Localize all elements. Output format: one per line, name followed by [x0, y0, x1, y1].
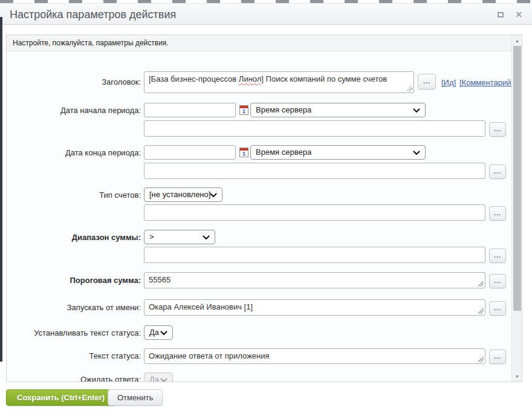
- scroll-down-icon: ▼: [515, 374, 519, 379]
- close-icon: ✕: [515, 10, 522, 19]
- label-account-type: Тип счетов:: [7, 190, 141, 200]
- label-threshold-sum: Пороговая сумма:: [7, 276, 141, 285]
- account-type-ellipsis-button[interactable]: ...: [489, 206, 506, 221]
- threshold-sum-textarea[interactable]: 55565: [144, 272, 485, 288]
- label-date-start: Дата начала периода:: [7, 106, 141, 115]
- title-text-prefix: [База бизнес-процессов: [149, 74, 239, 83]
- chevron-down-icon: [413, 151, 420, 155]
- chevron-down-icon: [160, 331, 167, 336]
- account-type-expression-textarea[interactable]: [144, 204, 485, 221]
- resize-handle-icon: [478, 281, 484, 287]
- dialog-window: Настройка параметров действия ✕ Настройт…: [0, 0, 532, 413]
- label-run-as: Запускать от имени:: [7, 303, 141, 312]
- sum-range-ellipsis-button[interactable]: ...: [489, 249, 506, 263]
- label-title: Заголовок:: [7, 77, 141, 86]
- set-status-text-select[interactable]: Да: [144, 325, 173, 340]
- date-end-expression-textarea[interactable]: [144, 163, 485, 179]
- comment-link[interactable]: [Комментарий]: [459, 78, 513, 87]
- resize-handle-icon: [478, 357, 484, 362]
- dialog-footer: Сохранить (Ctrl+Enter) Отменить: [0, 382, 532, 413]
- title-textarea[interactable]: [База бизнес-процессов Линол] Поиск комп…: [144, 71, 414, 93]
- scrollbar-thumb[interactable]: [513, 46, 521, 311]
- form-panel: Настройте, пожалуйста, параметры действи…: [6, 34, 522, 382]
- date-end-timezone-select[interactable]: Время сервера: [250, 145, 426, 160]
- label-sum-range: Диапазон суммы:: [7, 233, 141, 242]
- resize-handle-icon: [407, 86, 412, 91]
- date-start-input[interactable]: [144, 103, 236, 117]
- title-text-suffix: Поиск компаний по сумме счетов: [264, 74, 387, 83]
- date-start-ellipsis-button[interactable]: ...: [489, 122, 506, 137]
- save-button[interactable]: Сохранить (Ctrl+Enter): [6, 389, 115, 406]
- status-text-textarea[interactable]: Ожидание ответа от приложения: [144, 348, 485, 364]
- scroll-down-button[interactable]: ▼: [512, 371, 522, 381]
- resize-handle-icon: [478, 308, 484, 314]
- title-text-misspelled: Линол]: [239, 74, 264, 83]
- chevron-down-icon: [210, 193, 217, 198]
- scroll-up-button[interactable]: ▲: [512, 36, 522, 45]
- date-start-timezone-select[interactable]: Время сервера: [250, 103, 426, 117]
- run-as-textarea[interactable]: Окара Алексей Иванович [1]: [144, 299, 485, 316]
- scrollbar[interactable]: ▲ ▼: [511, 35, 522, 382]
- title-ellipsis-button[interactable]: ...: [418, 74, 436, 89]
- threshold-sum-ellipsis-button[interactable]: ...: [489, 274, 506, 288]
- maximize-button[interactable]: [493, 4, 508, 25]
- run-as-ellipsis-button[interactable]: ...: [489, 301, 506, 316]
- label-status-text: Текст статуса:: [7, 351, 141, 360]
- calendar-icon[interactable]: 1: [239, 148, 248, 157]
- date-end-input[interactable]: [144, 145, 236, 160]
- label-wait-response: Ожидать ответа:: [7, 375, 141, 382]
- dialog-titlebar: Настройка параметров действия ✕: [0, 3, 532, 25]
- chevron-down-icon: [160, 378, 167, 382]
- sum-range-select[interactable]: >: [144, 230, 215, 244]
- label-set-status-text: Устанавливать текст статуса:: [7, 328, 141, 337]
- account-type-select[interactable]: [не установлено]: [144, 187, 222, 202]
- label-date-end: Дата конца периода:: [7, 148, 141, 157]
- id-link[interactable]: [Ид]: [441, 78, 456, 87]
- window-left-edge: [0, 17, 2, 362]
- date-start-expression-textarea[interactable]: [144, 120, 485, 137]
- scroll-up-icon: ▲: [515, 39, 519, 43]
- dialog-title: Настройка параметров действия: [10, 4, 176, 25]
- cancel-button[interactable]: Отменить: [108, 389, 163, 406]
- sum-range-expression-textarea[interactable]: [144, 247, 485, 263]
- maximize-icon: [498, 12, 504, 18]
- date-end-ellipsis-button[interactable]: ...: [489, 164, 506, 179]
- hint-bar: Настройте, пожалуйста, параметры действи…: [7, 35, 511, 51]
- chevron-down-icon: [203, 235, 210, 240]
- status-text-ellipsis-button[interactable]: ...: [489, 350, 506, 364]
- chevron-down-icon: [413, 108, 420, 113]
- close-button[interactable]: ✕: [511, 4, 526, 25]
- wait-response-select[interactable]: Да: [144, 372, 173, 382]
- calendar-icon[interactable]: 1: [239, 105, 248, 115]
